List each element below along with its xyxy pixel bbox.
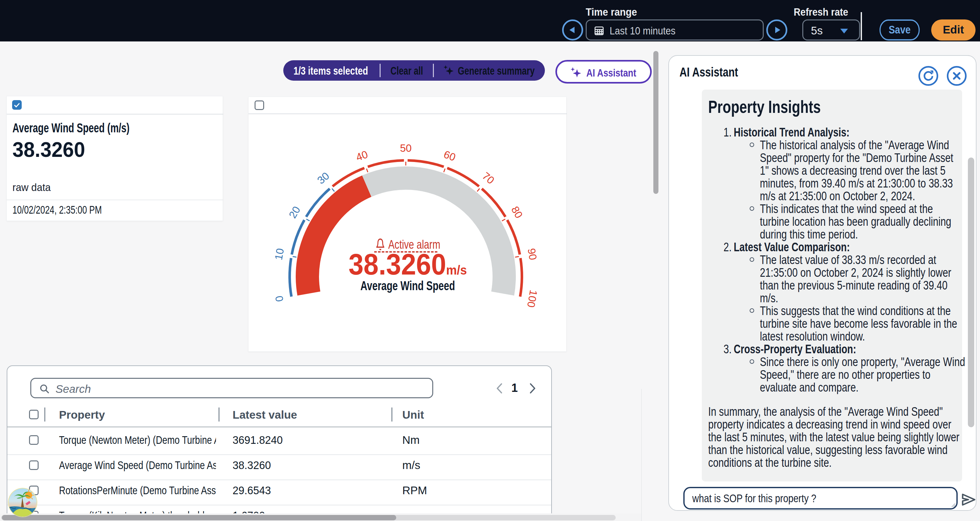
svg-text:70: 70 — [480, 170, 497, 186]
svg-text:30: 30 — [315, 170, 331, 186]
svg-text:0: 0 — [273, 295, 286, 303]
svg-text:20: 20 — [286, 204, 302, 220]
svg-text:50: 50 — [400, 142, 412, 154]
svg-text:40: 40 — [355, 148, 369, 163]
svg-text:60: 60 — [442, 148, 457, 163]
svg-text:100: 100 — [525, 289, 540, 309]
svg-text:80: 80 — [509, 204, 525, 220]
